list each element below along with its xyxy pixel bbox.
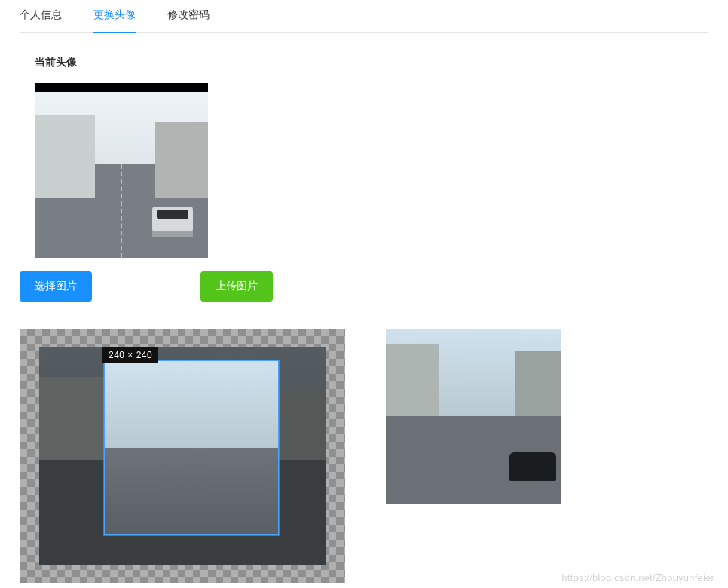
- tabs: 个人信息 更换头像 修改密码: [20, 0, 708, 33]
- current-avatar-image: [35, 83, 208, 258]
- tab-label: 个人信息: [20, 8, 62, 20]
- upload-image-button[interactable]: 上传图片: [200, 271, 273, 302]
- current-avatar-title: 当前头像: [35, 56, 708, 69]
- avatar-section: 当前头像 选择图片 上传图片 240 × 240: [20, 33, 708, 583]
- tab-label: 修改密码: [167, 8, 210, 20]
- watermark: https://blog.csdn.net/Zhouyunfeier: [561, 572, 714, 583]
- crop-box-viewport: [105, 361, 278, 534]
- image-cropper[interactable]: 240 × 240: [20, 329, 345, 583]
- tab-change-avatar[interactable]: 更换头像: [93, 8, 136, 32]
- crop-size-badge: 240 × 240: [102, 347, 158, 363]
- page-root: 个人信息 更换头像 修改密码 当前头像 选择图片 上传图片 240 × 24: [0, 0, 728, 583]
- tab-change-password[interactable]: 修改密码: [167, 8, 210, 32]
- crop-preview: [386, 329, 561, 504]
- select-image-button[interactable]: 选择图片: [20, 271, 92, 302]
- crop-row: 240 × 240: [20, 329, 708, 583]
- avatar-scene-placeholder: [35, 92, 208, 258]
- button-row: 选择图片 上传图片: [20, 271, 708, 302]
- tab-personal-info[interactable]: 个人信息: [20, 8, 62, 32]
- tab-label: 更换头像: [93, 8, 136, 20]
- crop-box[interactable]: [104, 360, 279, 535]
